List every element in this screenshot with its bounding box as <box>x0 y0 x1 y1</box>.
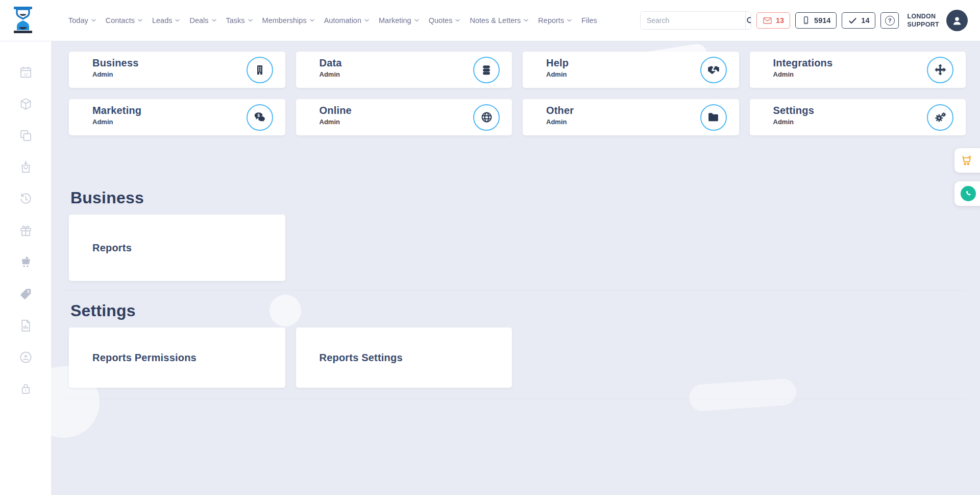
sidebar-item-security[interactable] <box>0 373 51 405</box>
nav-item-marketing[interactable]: Marketing <box>378 13 420 28</box>
help-button[interactable]: ? <box>880 12 899 29</box>
mobile-phone-icon <box>801 15 811 26</box>
nav-item-reports[interactable]: Reports <box>537 13 573 28</box>
person-icon <box>951 14 963 27</box>
nav-label: Notes & Letters <box>470 16 521 25</box>
package-icon <box>19 97 33 111</box>
chevron-down-icon <box>248 19 253 22</box>
sidebar-item-history[interactable] <box>0 183 51 215</box>
sidebar-item-products[interactable] <box>0 88 51 120</box>
tasks-badge[interactable]: 14 <box>842 12 875 29</box>
category-card-other[interactable]: Other Admin <box>523 99 739 135</box>
nav-item-leads[interactable]: Leads <box>151 13 181 28</box>
category-card-data[interactable]: Data Admin <box>296 52 512 88</box>
nav-item-quotes[interactable]: Quotes <box>428 13 461 28</box>
category-card-help[interactable]: Help Admin <box>523 52 739 88</box>
svg-text:12: 12 <box>23 72 28 76</box>
globe-icon <box>473 104 500 131</box>
header-search-button[interactable] <box>745 12 751 29</box>
price-tag-icon: $ <box>19 287 33 301</box>
nav-item-deals[interactable]: Deals <box>188 13 217 28</box>
settings-results: Reports Permissions Reports Settings <box>69 327 966 388</box>
nav-item-notes-letters[interactable]: Notes & Letters <box>469 13 529 28</box>
category-card-business[interactable]: Business Admin <box>69 52 285 88</box>
header-search-input[interactable] <box>641 12 745 29</box>
main-content: reports Business Admin Data Admin Help A… <box>51 0 980 399</box>
chevron-down-icon <box>524 19 528 22</box>
nav-item-automation[interactable]: Automation <box>323 13 370 28</box>
calls-count: 5914 <box>814 16 830 25</box>
user-name-line2: SUPPORT <box>907 20 939 29</box>
lock-icon <box>19 382 33 396</box>
search-icon <box>746 16 751 26</box>
nav-label: Contacts <box>106 16 135 25</box>
nav-item-contacts[interactable]: Contacts <box>105 13 143 28</box>
category-title: Business <box>92 57 239 69</box>
hourglass-logo-icon <box>12 6 34 35</box>
sidebar-item-cart[interactable] <box>0 246 51 278</box>
result-card-reports-settings[interactable]: Reports Settings <box>296 327 512 388</box>
nav-item-tasks[interactable]: Tasks <box>225 13 254 28</box>
tasks-count: 14 <box>861 16 869 25</box>
handshake-icon <box>700 57 727 83</box>
main-nav: Today Contacts Leads Deals Tasks Members… <box>67 13 598 28</box>
result-label: Reports Settings <box>320 352 403 364</box>
category-subtitle: Admin <box>92 118 239 126</box>
nav-item-memberships[interactable]: Memberships <box>261 13 315 28</box>
messages-badge[interactable]: 13 <box>756 12 790 29</box>
checkmark-icon <box>848 16 857 25</box>
category-card-marketing[interactable]: Marketing Admin $ <box>69 99 285 135</box>
cart-icon <box>19 255 33 269</box>
calendar-icon: 12 <box>19 65 33 79</box>
result-label: Reports Permissions <box>92 352 197 364</box>
category-subtitle: Admin <box>773 118 920 126</box>
nav-label: Quotes <box>429 16 453 25</box>
category-card-settings[interactable]: Settings Admin <box>750 99 966 135</box>
top-header: Today Contacts Leads Deals Tasks Members… <box>0 0 980 41</box>
section-title-settings: Settings <box>70 301 980 320</box>
header-search <box>640 11 751 30</box>
category-title: Settings <box>773 105 920 116</box>
calls-badge[interactable]: 5914 <box>795 12 837 29</box>
sidebar-item-calendar[interactable]: 12 <box>0 56 51 88</box>
category-subtitle: Admin <box>320 70 467 78</box>
nav-label: Memberships <box>262 16 307 25</box>
nav-item-files[interactable]: Files <box>580 13 598 28</box>
result-card-reports[interactable]: Reports <box>69 215 285 281</box>
category-title: Online <box>320 105 467 116</box>
sidebar-item-pricing[interactable]: $ <box>0 278 51 310</box>
folder-icon <box>700 104 727 131</box>
move-arrows-icon <box>927 57 953 83</box>
category-card-integrations[interactable]: Integrations Admin <box>750 52 966 88</box>
sidebar-item-gifts[interactable] <box>0 215 51 246</box>
user-name-line1: LONDON <box>907 12 939 20</box>
user-circle-icon <box>19 350 33 364</box>
svg-text:$: $ <box>257 113 260 118</box>
building-icon <box>247 57 273 83</box>
result-card-reports-permissions[interactable]: Reports Permissions <box>69 327 285 388</box>
chevron-down-icon <box>414 19 419 22</box>
chevron-down-icon <box>91 19 96 22</box>
cart-icon <box>961 154 974 167</box>
question-icon: ? <box>885 16 895 26</box>
phone-flyout-button[interactable] <box>954 181 980 206</box>
nav-label: Automation <box>324 16 361 25</box>
cart-flyout-button[interactable] <box>954 148 980 173</box>
database-icon <box>473 57 500 83</box>
category-subtitle: Admin <box>320 118 467 126</box>
category-card-online[interactable]: Online Admin <box>296 99 512 135</box>
chat-dollar-icon: $ <box>247 104 273 131</box>
avatar[interactable] <box>946 10 968 31</box>
app-logo[interactable] <box>12 6 34 35</box>
sidebar-item-account[interactable] <box>0 341 51 373</box>
report-document-icon <box>19 319 33 333</box>
category-title: Other <box>546 105 693 116</box>
sidebar-item-reports[interactable] <box>0 310 51 341</box>
category-subtitle: Admin <box>546 118 693 126</box>
nav-item-today[interactable]: Today <box>67 13 97 28</box>
sidebar-item-orders[interactable] <box>0 151 51 183</box>
history-icon <box>19 192 33 206</box>
category-subtitle: Admin <box>773 70 920 78</box>
category-title: Help <box>546 57 693 69</box>
sidebar-item-duplicates[interactable] <box>0 120 51 151</box>
